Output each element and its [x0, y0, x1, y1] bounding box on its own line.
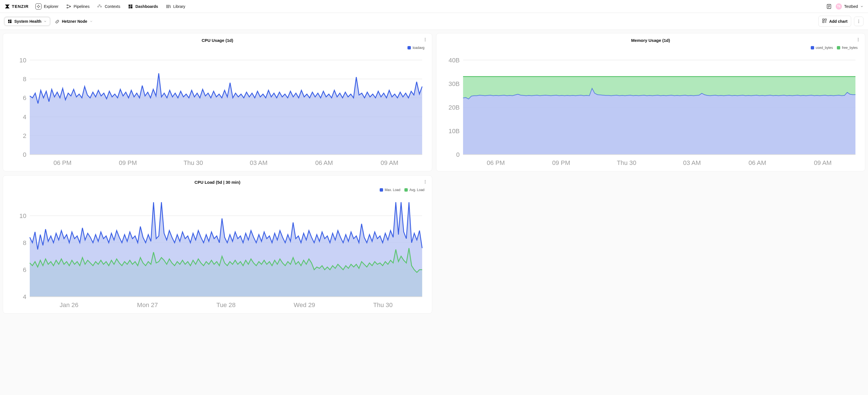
nav-library[interactable]: Library	[165, 3, 186, 10]
svg-text:06 AM: 06 AM	[315, 159, 333, 166]
compass-icon	[35, 3, 41, 9]
legend-item[interactable]: loadavg	[407, 46, 424, 50]
svg-point-15	[859, 20, 859, 20]
svg-text:40B: 40B	[448, 57, 460, 64]
card-title: CPU Usage (1d)	[202, 38, 233, 43]
add-chart-button[interactable]: Add chart	[818, 16, 851, 27]
add-chart-icon	[822, 18, 827, 24]
svg-rect-5	[130, 4, 132, 6]
svg-rect-10	[10, 20, 11, 21]
nav-explorer[interactable]: Explorer	[34, 2, 60, 11]
svg-point-20	[425, 41, 425, 41]
svg-text:30B: 30B	[448, 80, 460, 87]
chart-legend: loadavg	[407, 46, 424, 50]
legend-item[interactable]: Max. Load	[380, 188, 400, 192]
svg-rect-9	[8, 22, 9, 23]
nav-right: TE Testbed	[826, 3, 864, 9]
card-memory-usage: Memory Usage (1d) used_bytesfree_bytes01…	[436, 33, 866, 171]
svg-text:8: 8	[23, 76, 26, 83]
legend-label: Max. Load	[385, 188, 400, 192]
svg-text:4: 4	[23, 113, 26, 120]
svg-text:2: 2	[23, 132, 26, 139]
card-cpu-usage: CPU Usage (1d) loadavg024681006 PM09 PMT…	[3, 33, 432, 171]
chart-memory-usage: used_bytesfree_bytes010B20B30B40B06 PM09…	[440, 44, 861, 169]
svg-text:20B: 20B	[448, 104, 460, 111]
svg-text:4: 4	[23, 293, 26, 300]
legend-label: free_bytes	[842, 46, 858, 50]
nav-pipelines-label: Pipelines	[73, 4, 90, 9]
avatar: TE	[836, 3, 842, 9]
svg-text:09 PM: 09 PM	[552, 159, 570, 166]
subbar-right: Add chart	[818, 16, 864, 27]
svg-text:0: 0	[456, 151, 459, 158]
nav-dashboards-label: Dashboards	[135, 4, 158, 9]
svg-point-1	[67, 7, 68, 8]
legend-label: Avg. Load	[409, 188, 425, 192]
docs-icon[interactable]	[826, 4, 832, 9]
svg-text:10: 10	[19, 57, 26, 64]
dashboards-icon	[7, 19, 12, 24]
chart-svg: 010B20B30B40B06 PM09 PMThu 3003 AM06 AM0…	[440, 44, 861, 169]
legend-item[interactable]: Avg. Load	[404, 188, 425, 192]
svg-rect-11	[10, 21, 11, 23]
svg-text:06 AM: 06 AM	[748, 159, 766, 166]
chart-legend: Max. LoadAvg. Load	[380, 188, 425, 192]
svg-text:06 PM: 06 PM	[487, 159, 504, 166]
workspace-switcher[interactable]: TE Testbed	[836, 3, 864, 9]
node-selector[interactable]: Hetzner Node	[54, 18, 94, 25]
card-menu-button[interactable]	[423, 179, 427, 185]
nav-pipelines[interactable]: Pipelines	[65, 3, 91, 10]
svg-text:09 PM: 09 PM	[119, 159, 137, 166]
subbar: System Health Hetzner Node Add chart	[0, 13, 868, 30]
svg-text:06 PM: 06 PM	[53, 159, 71, 166]
svg-rect-13	[823, 21, 824, 23]
svg-text:Thu 30: Thu 30	[184, 159, 203, 166]
card-menu-button[interactable]	[423, 37, 427, 43]
dashboard-selector[interactable]: System Health	[4, 17, 50, 26]
dashboard-body: CPU Usage (1d) loadavg024681006 PM09 PMT…	[0, 30, 868, 395]
dashboard-menu-button[interactable]	[854, 17, 864, 26]
svg-point-19	[425, 39, 425, 40]
svg-rect-8	[8, 20, 9, 22]
legend-label: used_bytes	[816, 46, 833, 50]
brand-logo[interactable]: TENZIR	[4, 4, 29, 9]
chart-cpu-load: Max. LoadAvg. Load46810Jan 26Mon 27Tue 2…	[7, 186, 428, 312]
svg-point-16	[859, 21, 859, 21]
card-cpu-load: CPU Load (5d | 30 min) Max. LoadAvg. Loa…	[3, 175, 432, 313]
card-title: CPU Load (5d | 30 min)	[194, 180, 240, 185]
svg-rect-14	[825, 19, 826, 20]
legend-item[interactable]: free_bytes	[837, 46, 858, 50]
nav-contexts[interactable]: Contexts	[96, 3, 121, 10]
nav-dashboards[interactable]: Dashboards	[127, 3, 159, 10]
subbar-left: System Health Hetzner Node	[4, 17, 94, 26]
svg-rect-12	[823, 19, 824, 20]
legend-item[interactable]: used_bytes	[811, 46, 833, 50]
pipelines-icon	[66, 4, 71, 9]
card-title: Memory Usage (1d)	[631, 38, 670, 43]
svg-point-62	[425, 182, 425, 183]
svg-text:6: 6	[23, 266, 26, 273]
svg-rect-4	[129, 7, 130, 8]
chevron-down-icon	[90, 20, 93, 23]
card-menu-button[interactable]	[856, 37, 861, 43]
svg-text:Tue 28: Tue 28	[216, 301, 236, 308]
svg-text:10B: 10B	[448, 128, 460, 135]
svg-point-18	[425, 38, 425, 38]
kebab-icon	[423, 37, 427, 42]
nav-left: TENZIR Explorer Pipelines Contexts Dashb…	[4, 2, 186, 11]
workspace-name: Testbed	[844, 4, 858, 9]
svg-point-40	[858, 38, 859, 38]
svg-text:10: 10	[19, 213, 26, 219]
legend-label: loadavg	[412, 46, 424, 50]
svg-text:Thu 30: Thu 30	[373, 301, 393, 308]
contexts-icon	[97, 4, 102, 9]
svg-text:Mon 27: Mon 27	[137, 301, 158, 308]
svg-rect-3	[129, 4, 130, 7]
svg-text:09 AM: 09 AM	[814, 159, 832, 166]
svg-text:0: 0	[23, 151, 26, 158]
dashboards-icon	[128, 4, 133, 9]
svg-point-2	[70, 6, 71, 7]
node-selector-label: Hetzner Node	[62, 19, 87, 24]
link-icon	[55, 19, 60, 24]
svg-text:6: 6	[23, 94, 26, 102]
